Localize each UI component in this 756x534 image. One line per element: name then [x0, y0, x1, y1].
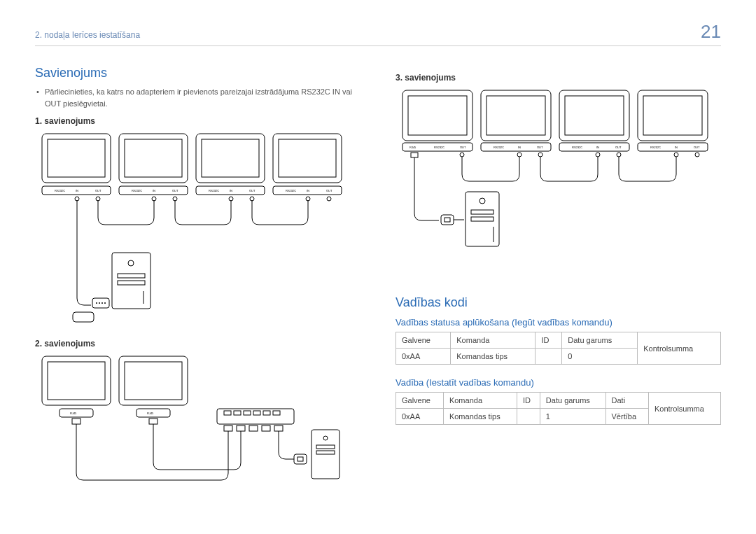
- svg-rect-22: [279, 139, 336, 177]
- connection-heading: Savienojums: [35, 66, 360, 80]
- svg-rect-84: [565, 96, 624, 135]
- control-codes-heading: Vadības kodi: [396, 295, 721, 310]
- cell-datalen-val: 1: [540, 409, 606, 425]
- content-columns: Savienojums Pārliecinieties, ka katrs no…: [35, 66, 721, 519]
- svg-rect-54: [274, 426, 283, 431]
- cell-command-val: Komandas tips: [451, 349, 536, 365]
- cell-header: Galvene: [396, 332, 451, 349]
- get-command-heading: Vadības statusa aplūkošana (Iegūt vadība…: [396, 317, 721, 328]
- cell-datalen: Datu garums: [562, 332, 638, 349]
- svg-text:IN: IN: [153, 189, 155, 192]
- svg-rect-48: [149, 419, 158, 424]
- svg-rect-101: [465, 192, 499, 246]
- svg-text:IN: IN: [230, 189, 232, 192]
- svg-text:IN: IN: [518, 146, 521, 149]
- table-row: Galvene Komanda ID Datu garums Dati Kont…: [396, 393, 721, 409]
- svg-point-74: [460, 153, 464, 157]
- cell-checksum: Kontrolsumma: [648, 393, 720, 425]
- svg-rect-34: [92, 298, 109, 308]
- get-command-table: Galvene Komanda ID Datu garums Kontrolsu…: [396, 332, 721, 365]
- svg-rect-1: [48, 139, 105, 177]
- port-label-rs232c: RS232C: [55, 189, 65, 192]
- svg-text:RS232C: RS232C: [572, 146, 582, 149]
- svg-point-28: [327, 197, 331, 201]
- cell-data-val: Vērtība: [606, 409, 648, 425]
- svg-point-82: [538, 153, 542, 157]
- port-label-in: IN: [76, 189, 78, 192]
- svg-text:RJ45: RJ45: [410, 146, 416, 149]
- cell-header: Galvene: [396, 393, 444, 409]
- svg-rect-45: [125, 362, 182, 400]
- cell-id: ID: [517, 393, 540, 409]
- svg-point-97: [674, 153, 678, 157]
- set-command-table: Galvene Komanda ID Datu garums Dati Kont…: [396, 392, 721, 425]
- svg-text:OUT: OUT: [326, 189, 332, 192]
- connection-3-label: 3. savienojums: [396, 73, 721, 83]
- svg-text:RS232C: RS232C: [209, 189, 219, 192]
- svg-text:IN: IN: [675, 146, 678, 149]
- cell-datalen-val: 0: [562, 349, 638, 365]
- svg-rect-76: [486, 96, 545, 135]
- right-column: 3. savienojums RJ45RS232COUT RS232CINOUT…: [396, 66, 721, 519]
- connection-1-diagram: RS232C IN OUT RS232C IN OUT RS: [35, 130, 360, 326]
- svg-point-81: [517, 153, 522, 157]
- svg-point-35: [96, 302, 97, 304]
- svg-point-37: [102, 302, 103, 304]
- svg-rect-51: [237, 426, 245, 431]
- svg-text:OUT: OUT: [249, 189, 255, 192]
- cell-header-val: 0xAA: [396, 349, 451, 365]
- svg-text:OUT: OUT: [537, 146, 543, 149]
- cell-command: Komanda: [443, 393, 517, 409]
- svg-point-36: [99, 302, 100, 304]
- left-column: Savienojums Pārliecinieties, ka katrs no…: [35, 66, 360, 519]
- svg-point-98: [695, 153, 699, 157]
- svg-point-90: [617, 153, 621, 157]
- connection-3-diagram: RJ45RS232COUT RS232CINOUT RS232CINOUT RS…: [396, 87, 721, 283]
- svg-point-89: [596, 153, 600, 157]
- cell-datalen: Datu garums: [540, 393, 606, 409]
- cell-header-val: 0xAA: [396, 409, 444, 425]
- svg-text:RS232C: RS232C: [434, 146, 444, 149]
- port-label-out: OUT: [95, 189, 102, 192]
- svg-rect-68: [408, 96, 467, 135]
- svg-text:IN: IN: [307, 189, 309, 192]
- svg-text:RS232C: RS232C: [493, 146, 504, 149]
- cell-id-val: [536, 349, 562, 365]
- svg-rect-14: [202, 139, 259, 177]
- svg-rect-65: [294, 454, 307, 464]
- svg-text:RS232C: RS232C: [286, 189, 296, 192]
- chapter-label: 2. nodaļa Ierīces iestatīšana: [35, 30, 140, 40]
- connection-1-label: 1. savienojums: [35, 116, 360, 126]
- svg-text:OUT: OUT: [694, 146, 700, 149]
- svg-text:OUT: OUT: [172, 189, 178, 192]
- connection-2-diagram: RJ45 RJ45: [35, 353, 360, 507]
- connection-2-label: 2. savienojums: [35, 339, 360, 349]
- cell-command-val: Komandas tips: [443, 409, 517, 425]
- page-header: 2. nodaļa Ierīces iestatīšana 21: [35, 21, 721, 46]
- cell-data: Dati: [606, 393, 648, 409]
- page-number: 21: [701, 21, 721, 43]
- svg-rect-39: [73, 312, 94, 322]
- cell-command: Komanda: [451, 332, 536, 349]
- set-command-heading: Vadība (Iestatīt vadības komandu): [396, 377, 721, 388]
- cell-id-val: [517, 409, 540, 425]
- svg-rect-50: [224, 426, 232, 431]
- svg-text:RS232C: RS232C: [132, 189, 142, 192]
- svg-text:RJ45: RJ45: [147, 412, 154, 415]
- svg-rect-99: [441, 215, 454, 225]
- svg-text:IN: IN: [596, 146, 599, 149]
- svg-rect-6: [125, 139, 182, 177]
- cell-checksum: Kontrolsumma: [638, 332, 721, 365]
- svg-rect-73: [411, 153, 418, 157]
- svg-text:OUT: OUT: [615, 146, 622, 149]
- svg-rect-92: [643, 96, 702, 135]
- svg-rect-52: [249, 426, 258, 431]
- cell-id: ID: [536, 332, 562, 349]
- svg-text:OUT: OUT: [460, 146, 466, 149]
- connection-note: Pārliecinieties, ka katrs no adapteriem …: [35, 86, 360, 109]
- svg-point-38: [104, 302, 106, 304]
- svg-rect-43: [72, 419, 80, 424]
- svg-text:RS232C: RS232C: [650, 146, 661, 149]
- table-row: Galvene Komanda ID Datu garums Kontrolsu…: [396, 332, 721, 349]
- svg-rect-53: [262, 426, 270, 431]
